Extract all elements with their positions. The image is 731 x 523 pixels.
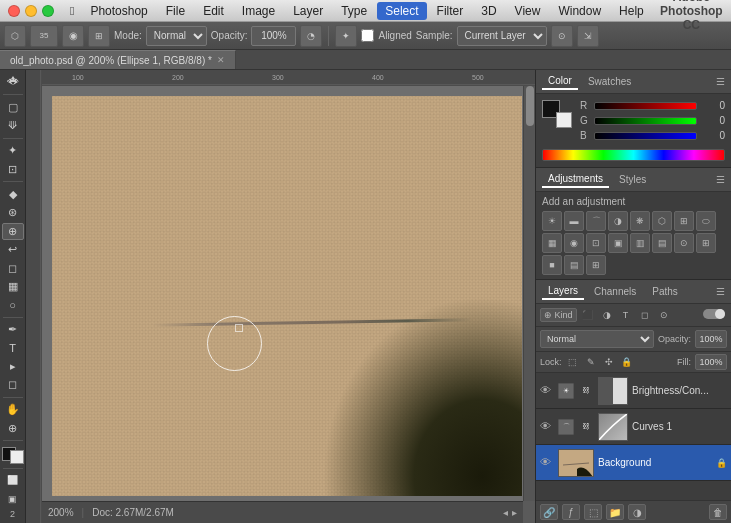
path-selection-tool[interactable]: ▸	[2, 358, 24, 374]
brush-size-indicator[interactable]: 35	[30, 25, 58, 47]
eraser-tool[interactable]: ◻	[2, 260, 24, 276]
adj-brightness[interactable]: ☀	[542, 211, 562, 231]
opacity-value-input[interactable]	[695, 330, 727, 348]
tab-paths[interactable]: Paths	[646, 284, 684, 299]
color-spectrum[interactable]	[542, 149, 725, 161]
adj-selective-color[interactable]: ⊙	[674, 233, 694, 253]
adj-pattern[interactable]: ⊞	[586, 255, 606, 275]
gradient-tool[interactable]: ▦	[2, 278, 24, 294]
background-color[interactable]	[10, 450, 24, 464]
vertical-scrollbar[interactable]	[523, 86, 535, 501]
menu-file[interactable]: File	[158, 2, 193, 20]
adj-photo-filter[interactable]: ⬭	[696, 211, 716, 231]
adj-levels[interactable]: ▬	[564, 211, 584, 231]
hand-tool[interactable]: ✋	[2, 402, 24, 418]
adj-threshold[interactable]: ▥	[630, 233, 650, 253]
g-slider[interactable]	[594, 117, 697, 125]
mode-select[interactable]: Normal	[146, 26, 207, 46]
tab-swatches[interactable]: Swatches	[582, 74, 637, 89]
tab-adjustments[interactable]: Adjustments	[542, 171, 609, 188]
adj-curves[interactable]: ⌒	[586, 211, 606, 231]
filter-adjust[interactable]: ◑	[599, 307, 615, 323]
close-button[interactable]	[8, 5, 20, 17]
foreground-background-color[interactable]	[2, 447, 24, 463]
magic-wand-tool[interactable]: ✦	[2, 143, 24, 159]
lock-pixels-icon[interactable]: ✎	[584, 355, 598, 369]
layers-panel-menu[interactable]: ☰	[716, 286, 725, 297]
tab-channels[interactable]: Channels	[588, 284, 642, 299]
healing-brush-tool[interactable]: ⊛	[2, 204, 24, 220]
fg-bg-swatches[interactable]	[542, 100, 572, 128]
clone-source-btn[interactable]: ⊞	[88, 25, 110, 47]
adj-gradient-fill[interactable]: ▤	[564, 255, 584, 275]
link-layers-btn[interactable]: 🔗	[540, 504, 558, 520]
b-slider[interactable]	[594, 132, 697, 140]
aligned-checkbox[interactable]	[361, 29, 374, 42]
tab-color[interactable]: Color	[542, 73, 578, 90]
vertical-scrollbar-thumb[interactable]	[526, 86, 534, 126]
layer-vis-eye-background[interactable]: 👁	[540, 456, 554, 470]
adj-invert[interactable]: ⊡	[586, 233, 606, 253]
minimize-button[interactable]	[25, 5, 37, 17]
filter-pixel[interactable]: ⬛	[580, 307, 596, 323]
background-swatch[interactable]	[556, 112, 572, 128]
filter-type[interactable]: T	[618, 307, 634, 323]
menu-window[interactable]: Window	[550, 2, 609, 20]
lock-position-icon[interactable]: ✣	[602, 355, 616, 369]
layer-row-background[interactable]: 👁 Background 🔒	[536, 445, 731, 481]
menu-filter[interactable]: Filter	[429, 2, 472, 20]
adj-color-balance[interactable]: ⊞	[674, 211, 694, 231]
menu-photoshop[interactable]: Photoshop	[82, 2, 155, 20]
tool-preset-picker[interactable]: ⬡	[4, 25, 26, 47]
menu-view[interactable]: View	[507, 2, 549, 20]
filter-shape[interactable]: ◻	[637, 307, 653, 323]
adj-hdr[interactable]: ⊞	[696, 233, 716, 253]
delete-layer-btn[interactable]: 🗑	[709, 504, 727, 520]
filter-toggle[interactable]	[703, 307, 727, 323]
marquee-tool[interactable]: ▢	[2, 99, 24, 115]
layer-vis-eye-brightness[interactable]: 👁	[540, 384, 554, 398]
move-tool[interactable]	[2, 74, 24, 90]
nav-next[interactable]: ▸	[512, 507, 517, 518]
opacity-input[interactable]	[251, 26, 296, 46]
color-panel-menu[interactable]: ☰	[716, 76, 725, 87]
create-group-btn[interactable]: 📁	[606, 504, 624, 520]
adj-color-lookup[interactable]: ◉	[564, 233, 584, 253]
menu-type[interactable]: Type	[333, 2, 375, 20]
opacity-pressure-btn[interactable]: ◔	[300, 25, 322, 47]
clone-source-open-btn[interactable]: ⇲	[577, 25, 599, 47]
menu-layer[interactable]: Layer	[285, 2, 331, 20]
eyedropper-tool[interactable]: ◆	[2, 186, 24, 202]
menu-select[interactable]: Select	[377, 2, 426, 20]
doc-tab-close[interactable]: ✕	[217, 55, 225, 65]
quick-mask-btn[interactable]: ⬜	[2, 472, 24, 488]
adj-vibrance[interactable]: ❋	[630, 211, 650, 231]
menu-3d[interactable]: 3D	[473, 2, 504, 20]
menu-apple[interactable]: 	[62, 2, 82, 20]
r-slider[interactable]	[594, 102, 697, 110]
tab-styles[interactable]: Styles	[613, 172, 652, 187]
brush-preset-btn[interactable]: ◉	[62, 25, 84, 47]
history-brush-tool[interactable]: ↩	[2, 242, 24, 258]
adj-solid-color[interactable]: ■	[542, 255, 562, 275]
ignore-adj-btn[interactable]: ⊙	[551, 25, 573, 47]
layer-vis-eye-curves[interactable]: 👁	[540, 420, 554, 434]
filter-smart[interactable]: ⊙	[656, 307, 672, 323]
adj-exposure[interactable]: ◑	[608, 211, 628, 231]
lock-all-icon[interactable]: 🔒	[620, 355, 634, 369]
menu-help[interactable]: Help	[611, 2, 652, 20]
blend-mode-select[interactable]: Normal	[540, 330, 654, 348]
lasso-tool[interactable]: ⟱	[2, 117, 24, 133]
tab-layers[interactable]: Layers	[542, 283, 584, 300]
create-fill-adj-btn[interactable]: ◑	[628, 504, 646, 520]
add-layer-style-btn[interactable]: ƒ	[562, 504, 580, 520]
menu-image[interactable]: Image	[234, 2, 283, 20]
document-tab[interactable]: old_photo.psd @ 200% (Ellipse 1, RGB/8/8…	[0, 50, 236, 69]
layer-row-curves[interactable]: 👁 ⌒ ⛓ Curves 1	[536, 409, 731, 445]
add-mask-btn[interactable]: ⬚	[584, 504, 602, 520]
lock-transparent-icon[interactable]: ⬚	[566, 355, 580, 369]
pen-tool[interactable]: ✒	[2, 322, 24, 338]
type-tool[interactable]: T	[2, 340, 24, 356]
kind-filter-select[interactable]: ⊕ Kind	[540, 308, 577, 322]
menu-edit[interactable]: Edit	[195, 2, 232, 20]
